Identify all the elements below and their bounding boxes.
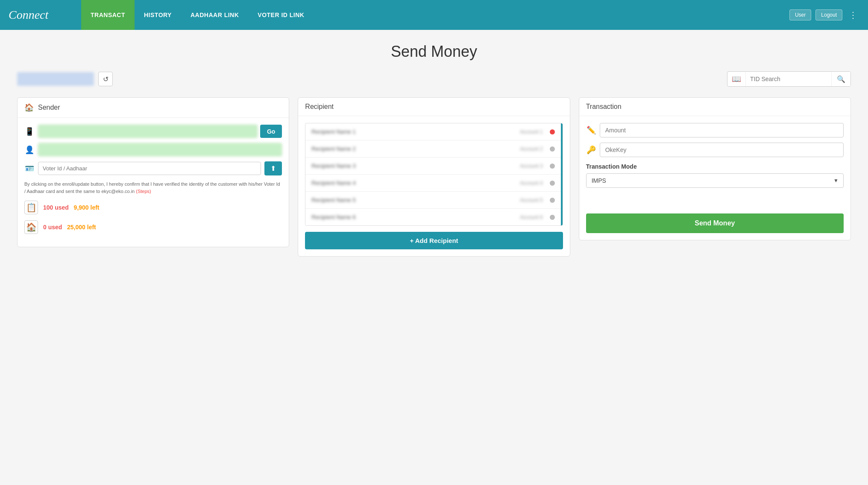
voter-input[interactable] (38, 162, 261, 175)
stat-text-1: 100 used 9,900 left (43, 204, 100, 211)
nav-history[interactable]: HISTORY (135, 0, 181, 30)
top-bar-left: ↺ (17, 72, 113, 86)
person-icon: 👤 (24, 145, 35, 155)
home-stat-icon[interactable]: 🏠 (24, 220, 38, 234)
stat-text-2: 0 used 25,000 left (43, 224, 96, 231)
voter-row: 🪪 ⬆ (24, 161, 282, 175)
mode-select-wrapper: IMPS NEFT RTGS ▼ (586, 173, 844, 188)
phone-input[interactable] (38, 125, 258, 138)
recipient-account: Account 5 (520, 197, 542, 203)
list-item[interactable]: Recipient Name 6 Account 6 (305, 209, 560, 225)
recipient-account: Account 6 (520, 214, 542, 220)
tid-book-icon: 📖 (727, 72, 746, 86)
header-user-button[interactable]: User (789, 9, 811, 20)
amount-input[interactable] (600, 123, 844, 137)
upload-button[interactable]: ⬆ (264, 161, 282, 175)
nav-aadhaar[interactable]: AADHAAR LINK (181, 0, 248, 30)
refresh-button[interactable]: ↺ (98, 72, 113, 86)
stat-row-1: 📋 100 used 9,900 left (24, 201, 282, 214)
recipient-name: Recipient Name 3 (311, 163, 516, 169)
recipient-panel-body: Recipient Name 1 Account 1 Recipient Nam… (298, 116, 569, 256)
recipient-list: Recipient Name 1 Account 1 Recipient Nam… (305, 123, 563, 226)
stat2-left: 25,000 left (67, 224, 96, 231)
more-options-icon[interactable]: ⋮ (847, 8, 859, 22)
tid-search-input[interactable] (746, 72, 831, 86)
user-info-blurred (17, 72, 94, 86)
name-input[interactable] (38, 143, 282, 156)
recipient-name: Recipient Name 5 (311, 197, 516, 203)
columns-layout: 🏠 Sender 📱 Go 👤 (17, 97, 851, 257)
list-item[interactable]: Recipient Name 3 Account 3 (305, 158, 560, 175)
recipient-status-dot (550, 198, 555, 203)
list-item[interactable]: Recipient Name 1 Account 1 (305, 123, 560, 140)
okekey-input[interactable] (600, 143, 844, 157)
go-button[interactable]: Go (260, 125, 282, 138)
phone-row: 📱 Go (24, 125, 282, 138)
nav-voter[interactable]: VOTER ID LINK (248, 0, 314, 30)
header-logout-button[interactable]: Logout (815, 9, 842, 20)
stat1-used: 100 used (43, 204, 69, 211)
phone-input-group: Go (38, 125, 282, 138)
tid-search-button[interactable]: 🔍 (831, 72, 850, 86)
key-icon: 🔑 (586, 145, 596, 155)
page-title: Send Money (17, 43, 851, 61)
recipient-status-dot (550, 215, 555, 220)
transaction-panel-title: Transaction (586, 103, 622, 111)
header: Connect TRANSACT HISTORY AADHAAR LINK VO… (0, 0, 868, 30)
recipient-name: Recipient Name 1 (311, 129, 516, 135)
recipient-status-dot (550, 164, 555, 169)
list-item[interactable]: Recipient Name 2 Account 2 (305, 140, 560, 158)
voter-notice: By clicking on the enroll/update button,… (24, 181, 282, 195)
header-right: User Logout ⋮ (789, 8, 859, 22)
transaction-panel: Transaction ✏️ 🔑 Transaction Mode IMPS (579, 97, 851, 240)
recipient-account: Account 3 (520, 163, 542, 169)
stat2-used: 0 used (43, 224, 62, 231)
main-nav: TRANSACT HISTORY AADHAAR LINK VOTER ID L… (81, 0, 789, 30)
recipient-name: Recipient Name 6 (311, 214, 516, 220)
stat1-left: 9,900 left (74, 204, 100, 211)
stat-row-2: 🏠 0 used 25,000 left (24, 220, 282, 234)
transaction-panel-header: Transaction (579, 98, 850, 116)
sender-panel-body: 📱 Go 👤 🪪 ⬆ (18, 118, 289, 247)
amount-row: ✏️ (586, 123, 844, 137)
recipient-scroll[interactable]: Recipient Name 1 Account 1 Recipient Nam… (305, 123, 562, 225)
voter-icon: 🪪 (24, 164, 35, 173)
recipient-account: Account 1 (520, 129, 542, 135)
amount-icon: ✏️ (586, 126, 596, 135)
steps-link[interactable]: (Steps) (136, 189, 151, 194)
tid-search-container: 📖 🔍 (727, 71, 851, 87)
send-money-button[interactable]: Send Money (586, 213, 844, 233)
recipient-panel-title: Recipient (305, 103, 334, 111)
recipient-account: Account 4 (520, 180, 542, 186)
recipient-panel-header: Recipient (298, 98, 569, 116)
recipient-status-dot (550, 146, 555, 152)
copy-icon[interactable]: 📋 (24, 201, 38, 214)
recipient-name: Recipient Name 2 (311, 146, 516, 152)
nav-transact[interactable]: TRANSACT (81, 0, 135, 30)
list-item[interactable]: Recipient Name 4 Account 4 (305, 175, 560, 192)
top-bar: ↺ 📖 🔍 (17, 71, 851, 87)
recipient-panel: Recipient Recipient Name 1 Account 1 Rec… (298, 97, 570, 257)
sender-home-icon: 🏠 (24, 103, 34, 112)
recipient-status-dot (550, 181, 555, 186)
main-content: Send Money ↺ 📖 🔍 🏠 Sender 📱 (0, 30, 868, 269)
sender-panel: 🏠 Sender 📱 Go 👤 (17, 97, 289, 247)
recipient-name: Recipient Name 4 (311, 180, 516, 186)
mode-select[interactable]: IMPS NEFT RTGS (586, 173, 844, 188)
recipient-account: Account 2 (520, 146, 542, 152)
add-recipient-button[interactable]: + Add Recipient (305, 232, 563, 249)
list-item[interactable]: Recipient Name 5 Account 5 (305, 192, 560, 209)
sender-panel-title: Sender (38, 104, 60, 111)
recipient-status-dot (550, 129, 555, 134)
transaction-panel-body: ✏️ 🔑 Transaction Mode IMPS NEFT RTGS (579, 116, 850, 240)
name-row: 👤 (24, 143, 282, 156)
app-logo: Connect (9, 8, 77, 22)
okekey-row: 🔑 (586, 143, 844, 157)
transaction-mode-label: Transaction Mode (586, 163, 844, 170)
phone-icon: 📱 (24, 127, 35, 136)
sender-panel-header: 🏠 Sender (18, 98, 289, 118)
